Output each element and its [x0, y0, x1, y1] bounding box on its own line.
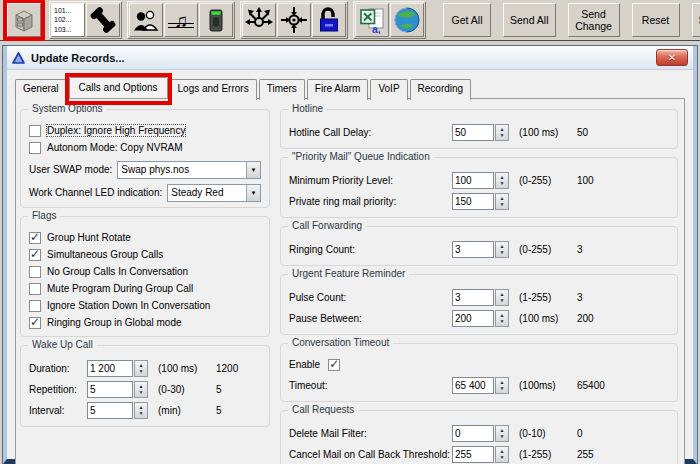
reset-button[interactable]: Reset [632, 3, 680, 37]
group-urgent-feature-reminder: Urgent Feature Reminder Pulse Count: ▲▼ … [280, 274, 678, 335]
globe-icon [393, 6, 421, 34]
checkbox[interactable] [29, 232, 41, 244]
checkbox-row-group-hunt[interactable]: Group Hunt Rotate [29, 229, 261, 246]
group-hotline: Hotline Hotline Call Delay: ▲▼ (100 ms) … [280, 109, 678, 149]
hotline-delay-spinner[interactable]: ▲▼ [495, 124, 509, 141]
spinner-down-icon[interactable]: ▼ [139, 369, 144, 375]
tab-logs-and-errors[interactable]: Logs and Errors [170, 79, 257, 100]
spinner-down-icon[interactable]: ▼ [500, 319, 505, 325]
spinner-down-icon[interactable]: ▼ [500, 250, 505, 256]
station-icon [207, 7, 225, 34]
broadcast-button[interactable] [242, 3, 276, 37]
node-list-button[interactable]: 101... 102... 103... [51, 3, 85, 37]
pause-between-spinner[interactable]: ▲▼ [495, 310, 509, 327]
checkbox-row-no-group-calls[interactable]: No Group Calls In Conversation [29, 263, 261, 280]
interval-spinner[interactable]: ▲▼ [134, 402, 148, 419]
lock-button[interactable] [312, 3, 346, 37]
checkbox-row-duplex[interactable]: Duplex: Ignore High Frequency [29, 122, 261, 139]
checkbox[interactable] [29, 125, 41, 137]
spinner-down-icon[interactable]: ▼ [139, 390, 144, 396]
unit-label: (0-10) [519, 428, 569, 439]
checkbox[interactable] [29, 300, 41, 312]
screen: 101... 102... 103... [0, 0, 700, 464]
checkbox[interactable] [29, 317, 41, 329]
exchange-server-button[interactable] [7, 3, 41, 37]
checkbox[interactable] [29, 249, 41, 261]
ringing-count-input[interactable] [452, 241, 494, 258]
pulse-count-spinner[interactable]: ▲▼ [495, 289, 509, 306]
globe-button[interactable] [390, 3, 424, 37]
tab-timers[interactable]: Timers [259, 79, 305, 100]
enable-label: Enable [289, 359, 320, 370]
checkbox-row-mute-program[interactable]: Mute Program During Group Call [29, 280, 261, 297]
spinner-down-icon[interactable]: ▼ [500, 202, 505, 208]
group-wake-up-call: Wake Up Call Duration: ▲▼ (100 ms) 1200 … [20, 345, 270, 427]
pulse-count-input[interactable] [452, 289, 494, 306]
send-change-button[interactable]: Send Change [568, 3, 620, 37]
unit-label: (min) [158, 405, 208, 416]
checkbox-label: Ringing Group in Global mode [47, 317, 182, 328]
set-node-button[interactable]: Set Node [692, 3, 700, 37]
unit-label: (1-255) [519, 449, 569, 460]
timeout-input[interactable] [452, 377, 494, 394]
close-button[interactable]: ✕ [656, 49, 688, 66]
checkbox[interactable] [29, 142, 41, 154]
tab-recording[interactable]: Recording [410, 79, 472, 100]
get-all-button[interactable]: Get All [443, 3, 491, 37]
duration-spinner[interactable]: ▲▼ [134, 360, 148, 377]
music-button[interactable]: ♫ [164, 3, 198, 37]
subscribers-button[interactable] [129, 3, 163, 37]
dialog-titlebar[interactable]: Update Records... ✕ [7, 46, 693, 70]
excel-export-button[interactable]: a, [355, 3, 389, 37]
checkbox-row-ignore-station-down[interactable]: Ignore Station Down In Conversation [29, 297, 261, 314]
checkbox[interactable] [29, 266, 41, 278]
private-ring-priority-input[interactable] [452, 193, 494, 210]
spinner-down-icon[interactable]: ▼ [500, 386, 505, 392]
checkbox-label: Group Hunt Rotate [47, 232, 131, 243]
tab-general[interactable]: General [15, 79, 67, 100]
spin-row-repetition: Repetition: ▲▼ (0-30) 5 [29, 379, 261, 400]
delete-mail-filter-spinner[interactable]: ▲▼ [495, 425, 509, 442]
delete-mail-filter-input[interactable] [452, 425, 494, 442]
cancel-mail-threshold-spinner[interactable]: ▲▼ [495, 446, 509, 463]
tab-calls-and-options[interactable]: Calls and Options [69, 77, 168, 98]
send-all-button[interactable]: Send All [503, 3, 556, 37]
checkbox-row-simultaneous[interactable]: Simultaneous Group Calls [29, 246, 261, 263]
tab-fire-alarm[interactable]: Fire Alarm [307, 79, 369, 100]
spinner-down-icon[interactable]: ▼ [500, 434, 505, 440]
cancel-mail-threshold-input[interactable] [452, 446, 494, 463]
min-priority-input[interactable] [452, 172, 494, 189]
enable-row[interactable]: Enable [289, 356, 669, 373]
repetition-spinner[interactable]: ▲▼ [134, 381, 148, 398]
interval-input[interactable] [87, 402, 133, 419]
spinner-down-icon[interactable]: ▼ [500, 181, 505, 187]
unit-label: (0-30) [158, 384, 208, 395]
chevron-down-icon[interactable]: ▼ [246, 162, 260, 178]
min-priority-spinner[interactable]: ▲▼ [495, 172, 509, 189]
spinner-down-icon[interactable]: ▼ [500, 298, 505, 304]
unit-label: (1-255) [519, 292, 569, 303]
enable-checkbox[interactable] [328, 359, 340, 371]
duration-input[interactable] [87, 360, 133, 377]
pause-between-input[interactable] [452, 310, 494, 327]
ringing-count-spinner[interactable]: ▲▼ [495, 241, 509, 258]
phone-button[interactable] [86, 3, 120, 37]
user-swap-mode-select[interactable]: Swap phys.nos ▼ [117, 161, 261, 179]
spin-row-pause-between: Pause Between: ▲▼ (100 ms) 200 [289, 308, 669, 329]
checkbox[interactable] [29, 283, 41, 295]
repetition-input[interactable] [87, 381, 133, 398]
checkbox-row-ringing-group-global[interactable]: Ringing Group in Global mode [29, 314, 261, 331]
station-button[interactable] [199, 3, 233, 37]
spinner-down-icon[interactable]: ▼ [500, 455, 505, 461]
tab-voip[interactable]: VoIP [370, 79, 407, 100]
chevron-down-icon[interactable]: ▼ [246, 185, 260, 201]
spinner-down-icon[interactable]: ▼ [500, 133, 505, 139]
timeout-spinner[interactable]: ▲▼ [495, 377, 509, 394]
led-indication-select[interactable]: Steady Red ▼ [167, 184, 261, 202]
checkbox-row-autonom[interactable]: Autonom Mode: Copy NVRAM [29, 139, 261, 156]
spinner-down-icon[interactable]: ▼ [139, 411, 144, 417]
tab-bar: General Calls and Options Logs and Error… [7, 70, 693, 98]
focus-node-button[interactable] [277, 3, 311, 37]
private-ring-priority-spinner[interactable]: ▲▼ [495, 193, 509, 210]
hotline-delay-input[interactable] [452, 124, 494, 141]
